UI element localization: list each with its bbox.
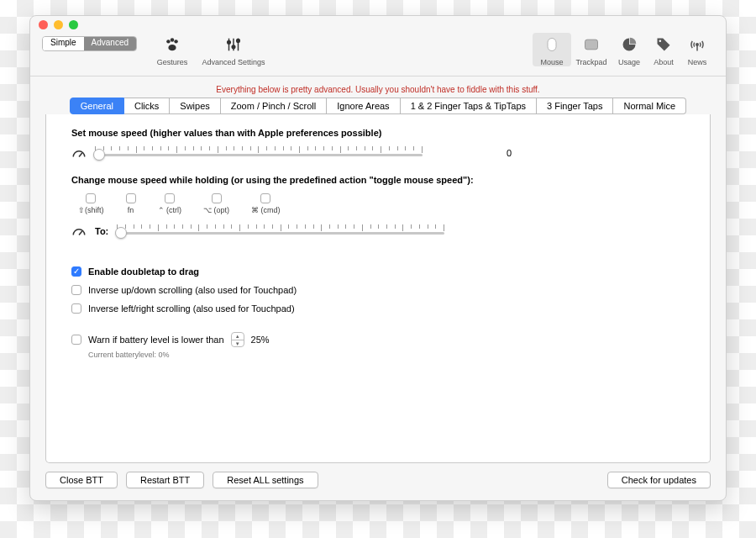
content-area: Everything below is pretty advanced. Usu… [30, 76, 726, 472]
svg-rect-10 [548, 39, 556, 51]
toolbar-mouse[interactable]: Mouse [533, 33, 571, 66]
modifier-opt: ⌥ (opt) [203, 193, 229, 214]
battery-warn-option[interactable]: Warn if battery level is lower than ▲▼ 2… [71, 332, 685, 347]
mode-simple[interactable]: Simple [43, 37, 84, 50]
tab-clicks[interactable]: Clicks [124, 98, 170, 114]
modifiers-heading: Change mouse speed while holding (or usi… [71, 175, 685, 185]
svg-point-9 [237, 40, 240, 43]
antenna-icon [687, 34, 707, 55]
svg-point-8 [232, 45, 235, 49]
svg-line-16 [79, 231, 82, 235]
toolbar-news[interactable]: News [680, 33, 714, 66]
inverse-leftright-option[interactable]: Inverse left/right scrolling (also used … [71, 303, 685, 314]
inverse-updown-checkbox[interactable] [71, 285, 81, 295]
gauge-icon [71, 225, 87, 237]
inverse-updown-option[interactable]: Inverse up/down scrolling (also used for… [71, 285, 685, 295]
modifier-cmd: ⌘ (cmd) [251, 193, 281, 214]
modifier-checkbox[interactable] [212, 193, 222, 203]
modifier-ctrl: ⌃ (ctrl) [158, 193, 182, 214]
battery-percent: 25% [251, 335, 270, 345]
close-btt-button[interactable]: Close BTT [45, 472, 118, 488]
mode-advanced[interactable]: Advanced [84, 37, 136, 50]
to-label: To: [95, 226, 108, 236]
speed-slider[interactable] [95, 146, 423, 160]
tab-1-2-finger-taps-tiptaps[interactable]: 1 & 2 Finger Taps & TipTaps [401, 98, 537, 114]
restart-btt-button[interactable]: Restart BTT [126, 472, 204, 488]
mode-segmented-control[interactable]: Simple Advanced [42, 36, 137, 51]
svg-line-15 [79, 153, 82, 157]
current-battery-text: Current batterylevel: 0% [88, 351, 685, 359]
tab-general[interactable]: General [70, 98, 124, 114]
modifier-checkbox[interactable] [260, 193, 270, 203]
pie-chart-icon [619, 34, 639, 55]
reset-settings-button[interactable]: Reset ALL settings [213, 472, 318, 488]
svg-rect-11 [585, 40, 598, 50]
inverse-leftright-checkbox[interactable] [71, 303, 81, 314]
tab-zoom-pinch-scroll[interactable]: Zoom / Pinch / Scroll [221, 98, 327, 114]
toolbar-usage[interactable]: Usage [612, 33, 647, 66]
sliders-icon [223, 34, 244, 55]
svg-point-12 [659, 40, 662, 43]
svg-point-2 [174, 40, 177, 43]
tab-swipes[interactable]: Swipes [170, 98, 220, 114]
tab-3-finger-taps[interactable]: 3 Finger Taps [537, 98, 613, 114]
toolbar-trackpad[interactable]: Trackpad [571, 33, 612, 66]
general-panel: Set mouse speed (higher values than with… [45, 114, 711, 463]
battery-stepper[interactable]: ▲▼ [231, 332, 244, 347]
tab-bar: GeneralClicksSwipesZoom / Pinch / Scroll… [45, 98, 711, 114]
warning-text: Everything below is pretty advanced. Usu… [45, 85, 711, 94]
svg-point-7 [228, 40, 231, 44]
toolbar-about[interactable]: About [647, 33, 680, 66]
modifier-checkbox[interactable] [126, 193, 136, 203]
modifier-checkbox[interactable] [165, 193, 175, 203]
titlebar [30, 16, 726, 33]
window-minimize-button[interactable] [54, 20, 63, 29]
tab-ignore-areas[interactable]: Ignore Areas [327, 98, 400, 114]
modifier-fn: fn [126, 193, 136, 214]
tag-icon [654, 34, 674, 55]
speed-value: 0 [507, 148, 512, 158]
paw-icon [162, 34, 182, 55]
doubletap-checkbox[interactable] [71, 266, 81, 277]
trackpad-icon [581, 34, 601, 55]
toolbar-advanced-settings[interactable]: Advanced Settings [196, 33, 271, 66]
speed-heading: Set mouse speed (higher values than with… [71, 128, 685, 138]
footer: Close BTT Restart BTT Reset ALL settings… [30, 472, 726, 500]
preferences-window: Simple Advanced Gestures Advanced Settin… [29, 15, 727, 501]
modifier-speed-slider[interactable] [117, 224, 444, 238]
toolbar: Simple Advanced Gestures Advanced Settin… [30, 33, 726, 76]
svg-point-0 [166, 40, 170, 43]
svg-point-1 [171, 38, 174, 41]
check-updates-button[interactable]: Check for updates [607, 472, 711, 488]
window-zoom-button[interactable] [69, 20, 78, 29]
modifier-keys-row: ⇧(shift)fn⌃ (ctrl)⌥ (opt)⌘ (cmd) [78, 193, 685, 214]
mouse-icon [542, 34, 562, 55]
modifier-checkbox[interactable] [86, 193, 96, 203]
svg-point-3 [168, 45, 176, 50]
battery-warn-checkbox[interactable] [71, 335, 81, 345]
tab-normal-mice[interactable]: Normal Mice [613, 98, 686, 114]
gauge-icon [71, 147, 87, 159]
window-close-button[interactable] [39, 20, 48, 29]
doubletap-option[interactable]: Enable doubletap to drag [71, 266, 685, 277]
toolbar-gestures[interactable]: Gestures [149, 33, 196, 66]
modifier-shift: ⇧(shift) [78, 193, 104, 214]
